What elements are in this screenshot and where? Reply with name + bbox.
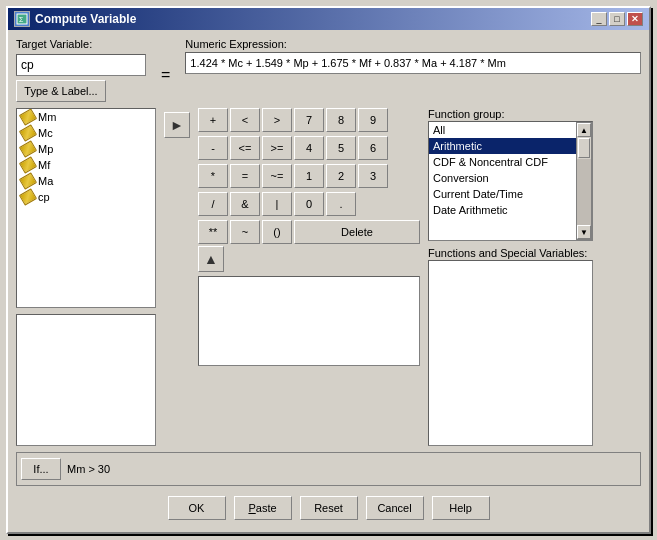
reset-button[interactable]: Reset (300, 496, 358, 520)
calc-5[interactable]: 5 (326, 136, 356, 160)
calc-6[interactable]: 6 (358, 136, 388, 160)
variable-item-mm[interactable]: Mm (17, 109, 155, 125)
ok-button[interactable]: OK (168, 496, 226, 520)
bottom-buttons: OK Paste Reset Cancel Help (16, 492, 641, 524)
calc-row-3: * = ~= 1 2 3 (198, 164, 420, 188)
calc-neq[interactable]: ~= (262, 164, 292, 188)
function-group-label: Function group: (428, 108, 593, 120)
target-variable-input[interactable] (16, 54, 146, 76)
function-item-conversion[interactable]: Conversion (429, 170, 576, 186)
variable-name-mf: Mf (38, 159, 50, 171)
left-panel: Mm Mc Mp Mf (16, 108, 156, 446)
cancel-label: Cancel (377, 502, 411, 514)
if-condition-text: Mm > 30 (67, 463, 110, 475)
if-section: If... Mm > 30 (16, 452, 641, 486)
calc-eq[interactable]: = (230, 164, 260, 188)
variable-item-ma[interactable]: Ma (17, 173, 155, 189)
title-controls: _ □ ✕ (591, 12, 643, 26)
calc-lt[interactable]: < (230, 108, 260, 132)
cancel-button[interactable]: Cancel (366, 496, 424, 520)
variable-name-mm: Mm (38, 111, 56, 123)
calc-9[interactable]: 9 (358, 108, 388, 132)
calc-3[interactable]: 3 (358, 164, 388, 188)
calc-lte[interactable]: <= (230, 136, 260, 160)
if-button[interactable]: If... (21, 458, 61, 480)
function-group-scrollbar[interactable]: ▲ ▼ (576, 122, 592, 240)
close-button[interactable]: ✕ (627, 12, 643, 26)
paste-label: Paste (248, 502, 276, 514)
calc-text-area[interactable] (198, 276, 420, 366)
calc-and[interactable]: & (230, 192, 260, 216)
calc-0[interactable]: 0 (294, 192, 324, 216)
function-item-current-date-time[interactable]: Current Date/Time (429, 186, 576, 202)
calc-up-arrow[interactable]: ▲ (198, 246, 224, 272)
calc-or[interactable]: | (262, 192, 292, 216)
function-item-all[interactable]: All (429, 122, 576, 138)
calc-row-2: - <= >= 4 5 6 (198, 136, 420, 160)
variable-item-cp[interactable]: cp (17, 189, 155, 205)
calc-row-5: ** ~ () Delete ▲ (198, 220, 420, 272)
function-list-items: All Arithmetic CDF & Noncentral CDF Conv… (429, 122, 576, 240)
calc-row-1: + < > 7 8 9 (198, 108, 420, 132)
calc-4[interactable]: 4 (294, 136, 324, 160)
arrow-section: ► (164, 108, 190, 446)
calc-gt[interactable]: > (262, 108, 292, 132)
variable-name-mc: Mc (38, 127, 53, 139)
calculator-section: + < > 7 8 9 - <= >= 4 5 6 (198, 108, 420, 446)
functions-special-list[interactable] (428, 260, 593, 446)
reset-label: Reset (314, 502, 343, 514)
numeric-expression-label: Numeric Expression: (185, 38, 641, 50)
window-title: Compute Variable (35, 12, 136, 26)
function-item-date-arithmetic[interactable]: Date Arithmetic (429, 202, 576, 218)
middle-section: Mm Mc Mp Mf (16, 108, 641, 446)
calc-2[interactable]: 2 (326, 164, 356, 188)
transfer-arrow-button[interactable]: ► (164, 112, 190, 138)
help-label: Help (449, 502, 472, 514)
calc-delete[interactable]: Delete (294, 220, 420, 244)
functions-special-label: Functions and Special Variables: (428, 247, 593, 259)
variable-icon-mp (19, 140, 37, 157)
variable-icon-mc (19, 124, 37, 141)
function-item-cdf[interactable]: CDF & Noncentral CDF (429, 154, 576, 170)
ok-label: OK (189, 502, 205, 514)
scrollbar-down-btn[interactable]: ▼ (577, 225, 591, 239)
scrollbar-thumb[interactable] (578, 138, 590, 158)
variable-icon-mm (19, 108, 37, 125)
calc-1[interactable]: 1 (294, 164, 324, 188)
window-icon: Σ (14, 11, 30, 27)
variable-item-mp[interactable]: Mp (17, 141, 155, 157)
calc-power[interactable]: ** (198, 220, 228, 244)
variable-icon-cp (19, 188, 37, 205)
variable-item-mf[interactable]: Mf (17, 157, 155, 173)
condition-box[interactable] (16, 314, 156, 446)
calc-multiply[interactable]: * (198, 164, 228, 188)
title-bar-left: Σ Compute Variable (14, 11, 136, 27)
calc-dot[interactable]: . (326, 192, 356, 216)
calc-7[interactable]: 7 (294, 108, 324, 132)
variable-list[interactable]: Mm Mc Mp Mf (16, 108, 156, 308)
calc-gte[interactable]: >= (262, 136, 292, 160)
svg-text:Σ: Σ (19, 16, 24, 23)
scrollbar-up-btn[interactable]: ▲ (577, 123, 591, 137)
calc-parens[interactable]: () (262, 220, 292, 244)
calc-divide[interactable]: / (198, 192, 228, 216)
calc-plus[interactable]: + (198, 108, 228, 132)
calc-minus[interactable]: - (198, 136, 228, 160)
function-group-list[interactable]: All Arithmetic CDF & Noncentral CDF Conv… (428, 121, 593, 241)
maximize-button[interactable]: □ (609, 12, 625, 26)
compute-variable-window: Σ Compute Variable _ □ ✕ Target Variable… (6, 6, 651, 534)
equals-sign: = (156, 66, 175, 84)
calc-8[interactable]: 8 (326, 108, 356, 132)
right-panel: Function group: All Arithmetic CDF & Non… (428, 108, 593, 446)
target-variable-label: Target Variable: (16, 38, 146, 50)
type-label-button[interactable]: Type & Label... (16, 80, 106, 102)
minimize-button[interactable]: _ (591, 12, 607, 26)
variable-item-mc[interactable]: Mc (17, 125, 155, 141)
paste-button[interactable]: Paste (234, 496, 292, 520)
top-section: Target Variable: Type & Label... = Numer… (16, 38, 641, 102)
function-item-arithmetic[interactable]: Arithmetic (429, 138, 576, 154)
variable-icon-mf (19, 156, 37, 173)
numeric-expression-box[interactable]: 1.424 * Mc + 1.549 * Mp + 1.675 * Mf + 0… (185, 52, 641, 74)
calc-tilde[interactable]: ~ (230, 220, 260, 244)
help-button[interactable]: Help (432, 496, 490, 520)
